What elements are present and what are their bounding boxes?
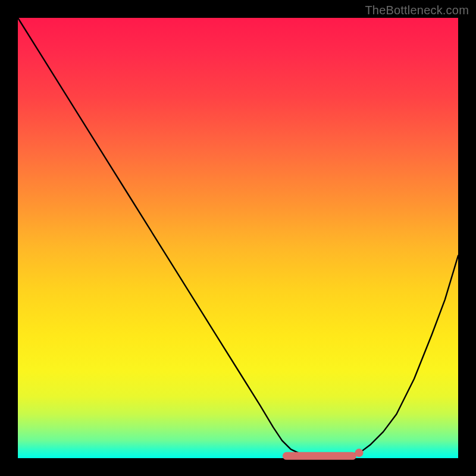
curve-svg	[18, 18, 458, 458]
plot-area	[18, 18, 458, 458]
highlight-dot	[355, 449, 364, 457]
chart-frame: TheBottleneck.com	[0, 0, 476, 476]
watermark-text: TheBottleneck.com	[365, 4, 469, 17]
bottleneck-curve-path	[18, 18, 458, 457]
